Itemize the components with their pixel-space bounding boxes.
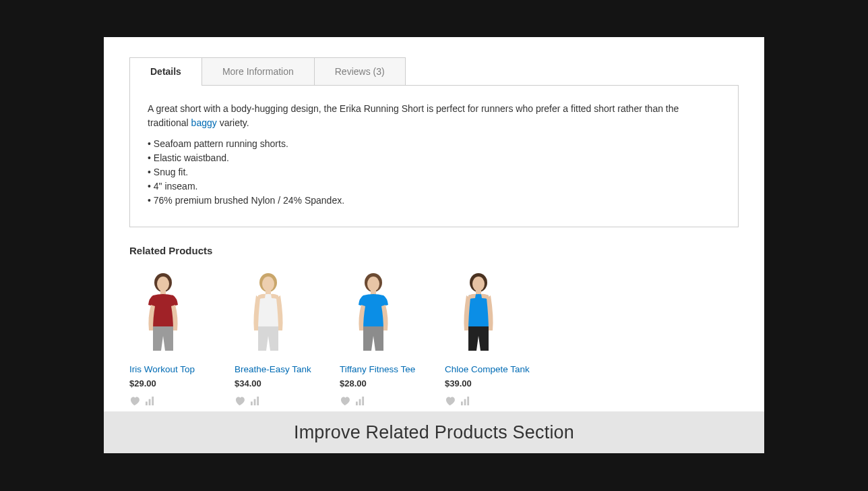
- product-name-link[interactable]: Chloe Compete Tank: [445, 364, 512, 374]
- svg-rect-20: [476, 290, 481, 295]
- svg-rect-17: [362, 397, 364, 405]
- tab-reviews[interactable]: Reviews (3): [314, 57, 406, 85]
- product-description: A great short with a body-hugging design…: [148, 102, 720, 130]
- product-actions: [235, 397, 302, 405]
- feature-item: • Seafoam pattern running shorts.: [148, 137, 720, 151]
- svg-point-7: [262, 277, 274, 291]
- product-name-link[interactable]: Breathe-Easy Tank: [235, 364, 302, 374]
- wishlist-icon[interactable]: [445, 397, 455, 405]
- product-card: Chloe Compete Tank $39.00: [445, 270, 512, 405]
- product-name-link[interactable]: Iris Workout Top: [129, 364, 197, 374]
- svg-rect-15: [356, 401, 358, 405]
- related-products-list: Iris Workout Top $29.00 Breathe-Easy Tan…: [129, 270, 739, 405]
- wishlist-icon[interactable]: [340, 397, 350, 405]
- tab-details[interactable]: Details: [129, 57, 202, 85]
- product-image[interactable]: [235, 270, 302, 357]
- description-text-after: variety.: [217, 117, 249, 128]
- product-actions: [340, 397, 407, 405]
- svg-rect-14: [371, 290, 376, 295]
- svg-rect-21: [461, 401, 463, 405]
- feature-item: • 4" inseam.: [148, 179, 720, 194]
- compare-icon[interactable]: [250, 397, 260, 405]
- compare-icon[interactable]: [145, 397, 155, 405]
- wishlist-icon[interactable]: [129, 397, 140, 405]
- product-image[interactable]: [129, 270, 197, 357]
- svg-point-13: [367, 277, 379, 291]
- product-actions: [129, 397, 197, 405]
- product-price: $34.00: [235, 378, 302, 388]
- caption-text: Improve Related Products Section: [294, 422, 574, 443]
- product-card: Tiffany Fitness Tee $28.00: [340, 270, 407, 405]
- product-card: Breathe-Easy Tank $34.00: [235, 270, 302, 405]
- svg-rect-8: [266, 290, 271, 295]
- svg-point-19: [472, 277, 485, 291]
- caption-bar: Improve Related Products Section: [104, 411, 764, 453]
- svg-rect-3: [146, 401, 148, 405]
- product-price: $39.00: [445, 378, 512, 388]
- svg-rect-23: [467, 397, 469, 405]
- svg-point-1: [157, 277, 169, 291]
- svg-rect-10: [254, 399, 256, 405]
- feature-item: • Snug fit.: [148, 165, 720, 179]
- svg-rect-22: [464, 399, 466, 405]
- feature-list: • Seafoam pattern running shorts.• Elast…: [148, 137, 720, 208]
- tab-more-information[interactable]: More Information: [202, 57, 315, 85]
- related-products-heading: Related Products: [129, 245, 739, 256]
- product-image[interactable]: [445, 270, 512, 357]
- product-price: $29.00: [129, 378, 197, 388]
- details-panel: A great short with a body-hugging design…: [129, 86, 739, 227]
- content-area: Details More Information Reviews (3) A g…: [104, 37, 764, 405]
- product-page: Details More Information Reviews (3) A g…: [104, 37, 764, 411]
- baggy-link[interactable]: baggy: [191, 117, 217, 128]
- feature-item: • 76% premium brushed Nylon / 24% Spande…: [148, 194, 720, 208]
- svg-rect-11: [257, 397, 259, 405]
- product-name-link[interactable]: Tiffany Fitness Tee: [340, 364, 407, 374]
- compare-icon[interactable]: [460, 397, 470, 405]
- svg-rect-5: [152, 397, 154, 405]
- wishlist-icon[interactable]: [235, 397, 245, 405]
- svg-rect-9: [251, 401, 253, 405]
- product-price: $28.00: [340, 378, 407, 388]
- product-card: Iris Workout Top $29.00: [129, 270, 197, 405]
- svg-rect-16: [359, 399, 361, 405]
- feature-item: • Elastic waistband.: [148, 151, 720, 165]
- product-actions: [445, 397, 512, 405]
- compare-icon[interactable]: [355, 397, 365, 405]
- svg-rect-4: [149, 399, 151, 405]
- svg-rect-2: [160, 290, 166, 295]
- tab-bar: Details More Information Reviews (3): [129, 57, 739, 86]
- product-image[interactable]: [340, 270, 407, 357]
